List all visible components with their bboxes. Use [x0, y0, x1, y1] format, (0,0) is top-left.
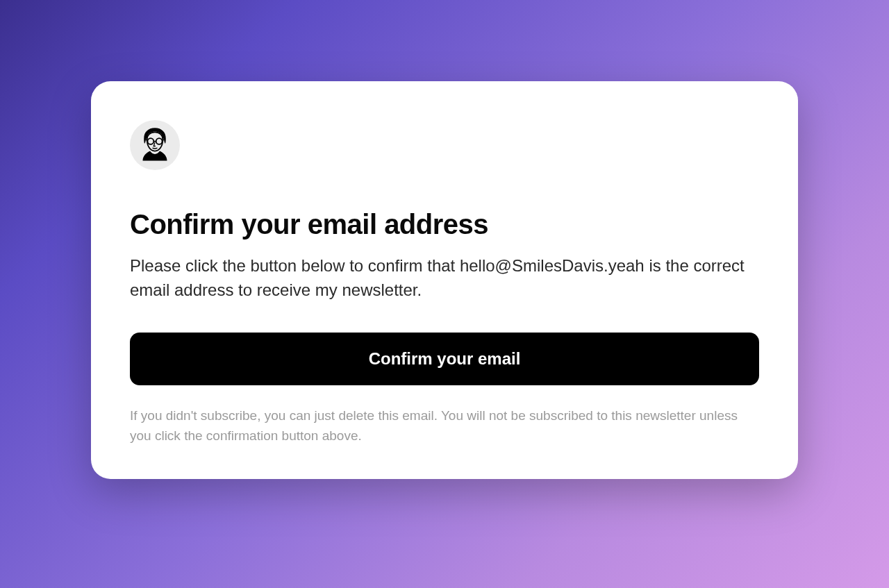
- person-glasses-icon: [135, 124, 174, 166]
- email-confirmation-card: Confirm your email address Please click …: [91, 81, 798, 480]
- avatar: [130, 120, 180, 170]
- card-title: Confirm your email address: [130, 209, 759, 240]
- card-footer-text: If you didn't subscribe, you can just de…: [130, 406, 759, 446]
- svg-point-1: [156, 138, 163, 144]
- svg-point-0: [148, 138, 154, 144]
- card-body-text: Please click the button below to confirm…: [130, 254, 759, 303]
- confirm-email-button[interactable]: Confirm your email: [130, 333, 759, 385]
